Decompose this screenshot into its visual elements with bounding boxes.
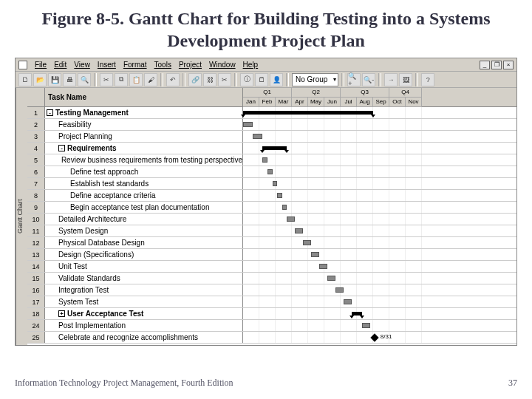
task-row[interactable]: 6Define test approach: [27, 166, 516, 178]
gantt-cell[interactable]: [243, 261, 516, 272]
paste-icon[interactable]: 📋: [129, 73, 143, 86]
task-name-cell[interactable]: Review business requirements from testin…: [45, 154, 243, 166]
task-bar[interactable]: [243, 122, 253, 127]
print-icon[interactable]: 🖶: [63, 73, 76, 86]
menu-help[interactable]: Help: [243, 61, 259, 69]
task-name-cell[interactable]: -Testing Management: [45, 107, 243, 118]
task-row[interactable]: 2Feasibility: [27, 119, 516, 131]
restore-icon[interactable]: ❐: [491, 61, 502, 69]
gantt-cell[interactable]: [243, 284, 516, 296]
view-tab-gantt[interactable]: Gantt Chart: [16, 88, 27, 345]
menu-view[interactable]: View: [74, 61, 90, 69]
task-bar[interactable]: [273, 181, 278, 186]
preview-icon[interactable]: 🔍: [78, 73, 91, 86]
task-name-cell[interactable]: Validate Standards: [45, 273, 243, 284]
gantt-cell[interactable]: [243, 225, 516, 236]
task-row[interactable]: 14Unit Test: [27, 261, 516, 273]
gantt-cell[interactable]: [243, 237, 516, 248]
gantt-cell[interactable]: [243, 249, 516, 260]
gantt-cell[interactable]: [243, 107, 516, 118]
unlink-icon[interactable]: ⛓: [203, 73, 216, 86]
task-name-cell[interactable]: Define test approach: [45, 166, 243, 177]
gantt-cell[interactable]: [243, 166, 516, 177]
task-row[interactable]: 18+User Acceptance Test: [27, 308, 516, 320]
task-name-cell[interactable]: System Design: [45, 225, 243, 236]
cut-icon[interactable]: ✂: [100, 73, 113, 86]
expand-icon[interactable]: +: [58, 310, 65, 317]
copy-icon[interactable]: ⧉: [115, 73, 128, 86]
task-bar[interactable]: [267, 169, 273, 174]
gantt-cell[interactable]: [243, 273, 516, 284]
task-row[interactable]: 16Integration Test: [27, 284, 516, 296]
menu-tools[interactable]: Tools: [154, 61, 171, 69]
task-name-cell[interactable]: Physical Database Design: [45, 237, 243, 248]
task-name-cell[interactable]: Detailed Architecture: [45, 214, 243, 225]
task-row[interactable]: 12Physical Database Design: [27, 237, 516, 249]
task-row[interactable]: 10Detailed Architecture: [27, 214, 516, 225]
task-row[interactable]: 1-Testing Management: [27, 107, 516, 119]
task-name-cell[interactable]: Unit Test: [45, 261, 243, 272]
note-icon[interactable]: 🗒: [255, 73, 268, 86]
summary-bar[interactable]: [243, 111, 373, 115]
task-bar[interactable]: [335, 287, 344, 293]
task-bar[interactable]: [327, 276, 335, 281]
gantt-cell[interactable]: [243, 154, 516, 166]
menu-edit[interactable]: Edit: [54, 61, 66, 69]
task-row[interactable]: 25Celebrate and recognize accomplishment…: [27, 332, 516, 344]
gantt-cell[interactable]: [243, 190, 516, 201]
task-bar[interactable]: [277, 193, 282, 198]
task-name-cell[interactable]: Celebrate and recognize accomplishments: [45, 332, 243, 343]
gantt-cell[interactable]: [243, 308, 516, 319]
task-row[interactable]: 5Review business requirements from testi…: [27, 154, 516, 166]
task-name-cell[interactable]: Begin acceptance test plan documentation: [45, 202, 243, 213]
task-name-cell[interactable]: Feasibility: [45, 119, 243, 130]
task-row[interactable]: 24Post Implementation: [27, 320, 516, 332]
task-row[interactable]: 3Project Planning: [27, 131, 516, 143]
task-name-cell[interactable]: +User Acceptance Test: [45, 308, 243, 319]
close-icon[interactable]: ×: [503, 61, 514, 69]
task-name-cell[interactable]: Project Planning: [45, 131, 243, 142]
gantt-cell[interactable]: 8/31: [243, 332, 516, 343]
gantt-cell[interactable]: [243, 178, 516, 189]
menu-window[interactable]: Window: [209, 61, 236, 69]
split-icon[interactable]: ✂: [218, 73, 231, 86]
info-icon[interactable]: ⓘ: [240, 73, 253, 86]
task-name-cell[interactable]: Post Implementation: [45, 320, 243, 331]
gantt-cell[interactable]: [243, 131, 516, 142]
task-bar[interactable]: [303, 240, 311, 245]
task-name-header[interactable]: Task Name: [45, 88, 243, 106]
format-painter-icon[interactable]: 🖌: [144, 73, 157, 86]
task-row[interactable]: 8Define acceptance criteria: [27, 190, 516, 202]
task-row[interactable]: 13Design (Specifications): [27, 249, 516, 261]
menu-project[interactable]: Project: [179, 61, 202, 69]
assign-icon[interactable]: 👤: [270, 73, 283, 86]
task-row[interactable]: 7Establish test standards: [27, 178, 516, 190]
menu-file[interactable]: File: [35, 61, 47, 69]
menu-insert[interactable]: Insert: [98, 61, 116, 69]
help-icon[interactable]: ?: [421, 73, 434, 86]
group-dropdown[interactable]: No Group: [292, 73, 338, 86]
gantt-cell[interactable]: [243, 202, 516, 213]
gantt-cell[interactable]: [243, 296, 516, 307]
task-name-cell[interactable]: Define acceptance criteria: [45, 190, 243, 201]
task-name-cell[interactable]: -Requirements: [45, 143, 243, 154]
collapse-icon[interactable]: -: [58, 145, 65, 151]
gantt-cell[interactable]: [243, 119, 516, 130]
goto-task-icon[interactable]: →: [384, 73, 398, 86]
task-name-cell[interactable]: Integration Test: [45, 284, 243, 296]
task-bar[interactable]: [287, 216, 295, 222]
zoom-out-icon[interactable]: 🔍-: [362, 73, 375, 86]
copy-picture-icon[interactable]: 🖼: [399, 73, 412, 86]
task-bar[interactable]: [311, 252, 319, 257]
task-row[interactable]: 9Begin acceptance test plan documentatio…: [27, 202, 516, 214]
task-bar[interactable]: [253, 134, 262, 139]
new-icon[interactable]: 🗋: [18, 73, 32, 86]
gantt-cell[interactable]: [243, 143, 516, 154]
task-row[interactable]: 15Validate Standards: [27, 273, 516, 284]
menu-format[interactable]: Format: [123, 61, 147, 69]
gantt-cell[interactable]: [243, 320, 516, 331]
task-row[interactable]: 17System Test: [27, 296, 516, 308]
undo-icon[interactable]: ↶: [166, 73, 180, 86]
task-name-cell[interactable]: Design (Specifications): [45, 249, 243, 260]
task-bar[interactable]: [319, 264, 327, 269]
